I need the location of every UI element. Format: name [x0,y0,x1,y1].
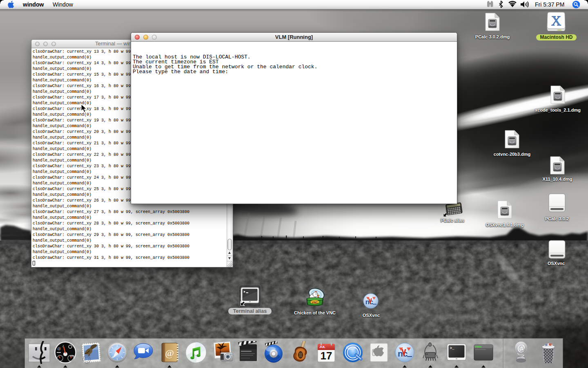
svg-text:>_: >_ [450,346,454,350]
svg-text:X: X [551,13,561,28]
svg-text:JUL: JUL [319,345,325,349]
svg-text:17: 17 [321,350,332,362]
svg-text:VNC: VNC [312,301,318,304]
svg-text:@: @ [165,348,174,359]
svg-text:@: @ [57,347,61,351]
svg-text:exec: exec [475,346,482,348]
